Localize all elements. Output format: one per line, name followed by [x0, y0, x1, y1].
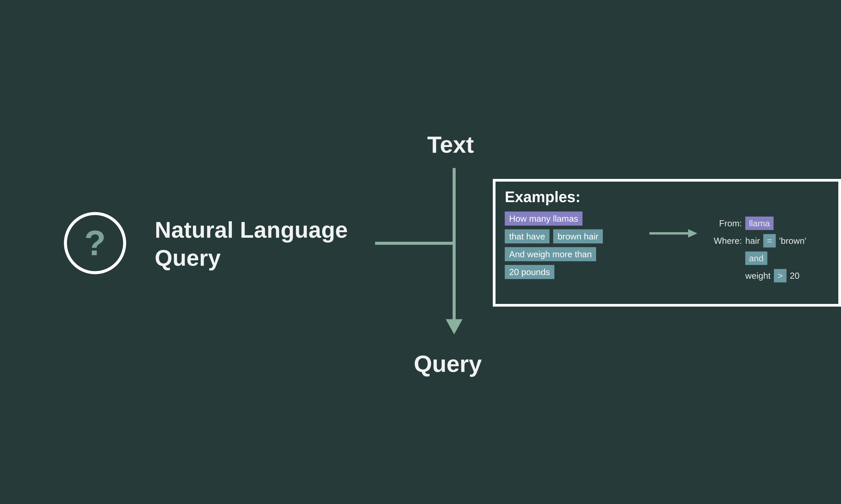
- arrow-nl-to-query-icon: [648, 227, 698, 240]
- q-where-conj: and: [745, 252, 767, 265]
- text-label: Text: [427, 131, 474, 158]
- nlq-label-line2: Query: [155, 245, 221, 271]
- nlq-label-line1: Natural Language: [155, 217, 348, 242]
- chip-20-pounds: 20 pounds: [505, 265, 554, 279]
- q-where-field2: weight: [745, 271, 771, 281]
- examples-content: How many llamas that have brown hair And…: [505, 212, 829, 283]
- question-mark-icon: ?: [84, 226, 106, 261]
- q-where-op1: =: [763, 234, 776, 248]
- structured-query-column: From: llama Where: hair = 'brown' and we…: [710, 217, 806, 283]
- q-where-val2: 20: [790, 271, 800, 281]
- q-from-value: llama: [745, 217, 774, 230]
- nl-row-4: 20 pounds: [505, 265, 636, 279]
- chip-how-many-llamas: How many llamas: [505, 212, 582, 226]
- q-row-where-2: weight > 20: [710, 269, 806, 283]
- q-where-op2: >: [774, 269, 786, 283]
- nl-row-1: How many llamas: [505, 212, 636, 226]
- examples-title: Examples:: [505, 188, 829, 205]
- q-row-from: From: llama: [710, 217, 806, 230]
- q-where-val1: 'brown': [779, 236, 806, 246]
- nlq-label: Natural Language Query: [155, 216, 348, 272]
- chip-that-have: that have: [505, 229, 550, 244]
- chip-brown-hair: brown hair: [553, 229, 603, 244]
- diagram-stage: ? Natural Language Query Text Query Exam…: [0, 0, 841, 504]
- chip-and-weigh-more-than: And weigh more than: [505, 247, 596, 261]
- q-where-field1: hair: [745, 236, 760, 246]
- q-row-where-conj: and: [710, 252, 806, 265]
- nl-row-2: that have brown hair: [505, 229, 636, 244]
- q-from-key: From:: [710, 218, 742, 228]
- nl-phrase-column: How many llamas that have brown hair And…: [505, 212, 636, 279]
- examples-box: Examples: How many llamas that have brow…: [493, 179, 841, 307]
- question-circle-icon: ?: [64, 212, 126, 274]
- nl-row-3: And weigh more than: [505, 247, 636, 261]
- arrow-down-head-icon: [446, 319, 463, 334]
- q-row-where-1: Where: hair = 'brown': [710, 234, 806, 248]
- svg-marker-1: [688, 229, 697, 237]
- q-where-key: Where:: [710, 236, 742, 246]
- query-label: Query: [414, 350, 482, 378]
